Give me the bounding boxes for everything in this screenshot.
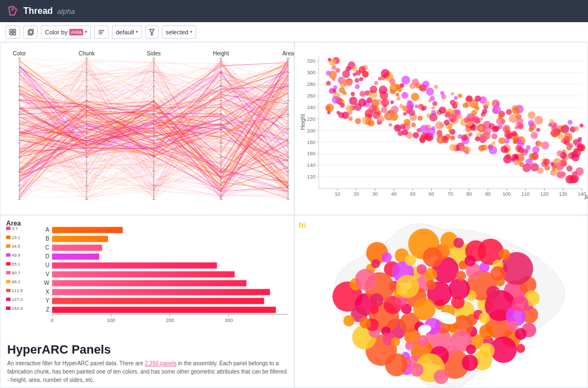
selected-chevron-icon: ▾ xyxy=(190,29,192,34)
copy-button[interactable] xyxy=(23,25,38,39)
color-by-button[interactable]: Color by Area ▾ xyxy=(41,25,91,39)
panel-count: 2,356 panels xyxy=(145,360,176,366)
selected-label: selected xyxy=(166,29,188,35)
scatter-panel xyxy=(294,42,589,215)
chevron-down-icon: ▾ xyxy=(85,29,87,34)
bar-chart-panel: HyperARC Panels An interactive filter fo… xyxy=(0,215,294,388)
filter-icon-button[interactable] xyxy=(145,25,158,39)
sort-button[interactable] xyxy=(94,25,109,39)
page-title: HyperARC Panels xyxy=(7,343,287,357)
svg-marker-9 xyxy=(150,29,154,35)
color-by-value: Area xyxy=(69,29,83,35)
sort-icon xyxy=(98,29,105,35)
scatter-canvas[interactable] xyxy=(299,47,589,208)
bar-canvas[interactable] xyxy=(5,220,294,331)
filter-button[interactable]: default ▾ xyxy=(112,25,142,39)
svg-rect-4 xyxy=(28,30,32,35)
svg-rect-5 xyxy=(29,29,33,34)
main-grid: HyperARC Panels An interactive filter fo… xyxy=(0,42,588,388)
svg-rect-1 xyxy=(13,29,16,32)
app-title: Thread xyxy=(23,6,53,16)
parallel-coords-canvas[interactable] xyxy=(3,47,294,208)
svg-rect-0 xyxy=(10,29,12,32)
selected-button[interactable]: selected ▾ xyxy=(162,25,196,39)
app-alpha: alpha xyxy=(57,7,75,16)
funnel-icon xyxy=(149,29,155,35)
filter-value: default xyxy=(116,29,134,35)
3d-view-panel xyxy=(294,215,589,388)
svg-rect-3 xyxy=(13,33,16,35)
3d-canvas[interactable] xyxy=(294,216,588,387)
header: Thread alpha xyxy=(0,0,588,22)
toolbar: Color by Area ▾ default ▾ selected ▾ xyxy=(0,22,588,42)
expand-button[interactable] xyxy=(6,25,20,39)
copy-icon xyxy=(27,29,34,35)
parallel-coords-panel xyxy=(0,42,294,215)
expand-icon xyxy=(9,29,16,35)
svg-rect-2 xyxy=(10,33,12,35)
color-by-label: Color by xyxy=(45,29,68,35)
app-logo xyxy=(7,5,19,17)
filter-chevron-icon: ▾ xyxy=(136,29,138,34)
description-section: HyperARC Panels An interactive filter fo… xyxy=(1,339,294,387)
page-description: An interactive filter for HyperARC panel… xyxy=(7,359,287,384)
